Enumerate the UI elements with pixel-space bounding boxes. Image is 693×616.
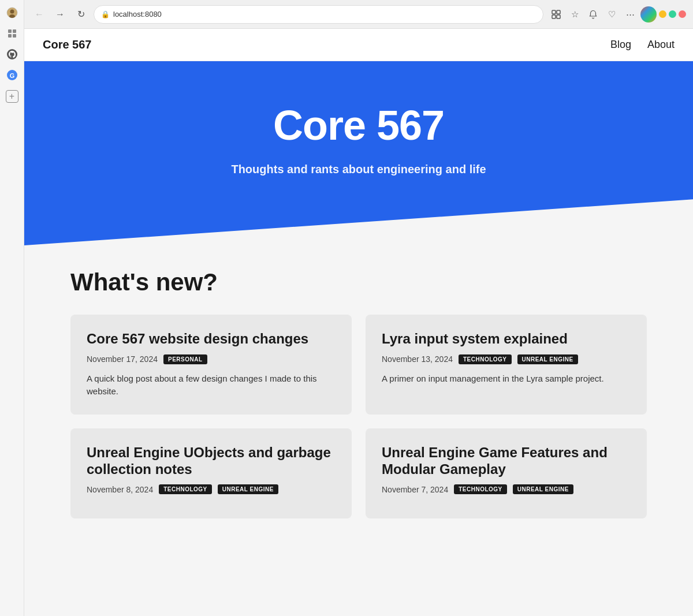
post-date-0: November 17, 2024 (87, 354, 158, 364)
posts-grid: Core 567 website design changesNovember … (70, 315, 647, 518)
post-meta-2: November 8, 2024TECHNOLOGYUNREAL ENGINE (87, 484, 336, 494)
svg-rect-11 (557, 10, 560, 14)
post-title-0: Core 567 website design changes (87, 331, 336, 348)
svg-rect-4 (13, 29, 16, 33)
svg-text:G: G (9, 72, 14, 79)
browser-top-bar: ← → ↻ 🔒 ☆ ♡ ⋯ (24, 0, 693, 29)
svg-point-7 (7, 49, 17, 59)
post-tag-3-1: UNREAL ENGINE (513, 484, 573, 494)
svg-rect-10 (552, 10, 556, 14)
site-nav-links: Blog About (610, 39, 675, 51)
post-meta-1: November 13, 2024TECHNOLOGYUNREAL ENGINE (382, 354, 631, 364)
post-date-1: November 13, 2024 (382, 354, 453, 364)
profile-button[interactable] (640, 6, 657, 23)
post-excerpt-1: A primer on input management in the Lyra… (382, 372, 631, 386)
hero-subtitle: Thoughts and rants about engineering and… (214, 163, 503, 176)
post-card-1[interactable]: Lyra input system explainedNovember 13, … (366, 315, 647, 415)
post-tag-3-0: TECHNOLOGY (454, 484, 507, 494)
post-date-2: November 8, 2024 (87, 485, 153, 494)
maximize-button[interactable] (669, 10, 676, 18)
post-title-1: Lyra input system explained (382, 331, 631, 348)
hero-section: Core 567 Thoughts and rants about engine… (24, 61, 693, 245)
whats-new-section: What's new? Core 567 website design chan… (24, 245, 693, 542)
website-content: Core 567 Blog About Core 567 Thoughts an… (24, 29, 693, 542)
address-input[interactable] (113, 10, 536, 18)
post-meta-3: November 7, 2024TECHNOLOGYUNREAL ENGINE (382, 484, 631, 494)
favorites-button[interactable]: ♡ (603, 6, 620, 23)
browser-sidebar: G + (0, 0, 24, 542)
back-button[interactable]: ← (31, 6, 47, 23)
post-title-3: Unreal Engine Game Features and Modular … (382, 445, 631, 478)
svg-point-2 (9, 14, 15, 18)
hero-title: Core 567 (47, 102, 670, 149)
whats-new-heading: What's new? (70, 268, 647, 296)
sidebar-icon-extensions[interactable] (4, 25, 20, 42)
sidebar-icon-github[interactable] (4, 46, 20, 62)
close-button[interactable] (679, 10, 686, 18)
post-date-3: November 7, 2024 (382, 485, 448, 494)
post-tag-1-1: UNREAL ENGINE (517, 354, 578, 364)
svg-point-1 (10, 10, 14, 14)
nav-blog[interactable]: Blog (610, 39, 631, 51)
post-tag-1-0: TECHNOLOGY (459, 354, 512, 364)
lock-icon: 🔒 (101, 10, 110, 18)
post-card-3[interactable]: Unreal Engine Game Features and Modular … (366, 428, 647, 519)
svg-rect-5 (8, 34, 12, 38)
site-nav: Core 567 Blog About (24, 29, 693, 61)
post-tag-0-0: PERSONAL (163, 354, 207, 364)
site-logo: Core 567 (43, 38, 92, 51)
reload-button[interactable]: ↻ (73, 6, 89, 23)
star-button[interactable]: ☆ (567, 6, 583, 23)
post-card-2[interactable]: Unreal Engine UObjects and garbage colle… (70, 428, 352, 519)
post-meta-0: November 17, 2024PERSONAL (87, 354, 336, 364)
nav-about[interactable]: About (647, 39, 675, 51)
address-bar[interactable]: 🔒 (94, 5, 543, 24)
svg-rect-13 (557, 15, 560, 18)
post-excerpt-0: A quick blog post about a few design cha… (87, 372, 336, 398)
sidebar-icon-profile[interactable] (4, 5, 20, 21)
svg-rect-12 (552, 15, 556, 18)
svg-rect-6 (13, 34, 16, 38)
svg-rect-3 (8, 29, 12, 33)
post-tag-2-1: UNREAL ENGINE (218, 484, 278, 494)
more-button[interactable]: ⋯ (622, 6, 638, 23)
post-card-0[interactable]: Core 567 website design changesNovember … (70, 315, 352, 415)
post-tag-2-0: TECHNOLOGY (159, 484, 212, 494)
tab-manager-button[interactable] (548, 6, 564, 23)
sidebar-add-button[interactable]: + (6, 90, 18, 103)
sidebar-icon-g[interactable]: G (4, 67, 20, 83)
notifications-button[interactable] (585, 6, 601, 23)
minimize-button[interactable] (659, 10, 666, 18)
post-title-2: Unreal Engine UObjects and garbage colle… (87, 445, 336, 478)
forward-button[interactable]: → (52, 6, 68, 23)
toolbar-icons: ☆ ♡ ⋯ (548, 6, 686, 23)
